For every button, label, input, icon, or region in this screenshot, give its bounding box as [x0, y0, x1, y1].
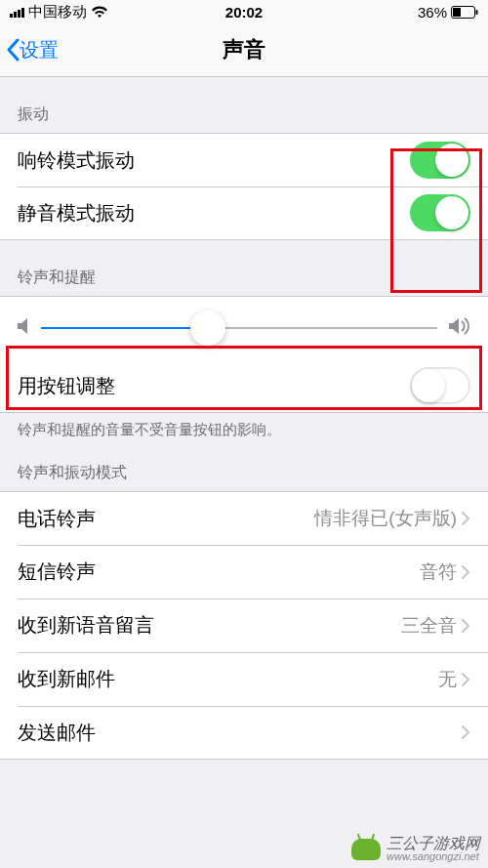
row-label: 收到新语音留言	[18, 612, 154, 639]
row-value: 音符	[420, 559, 457, 585]
wifi-icon	[91, 6, 108, 19]
back-button[interactable]: 设置	[0, 37, 59, 63]
signal-icon	[10, 6, 24, 18]
row-pattern-item[interactable]: 收到新语音留言三全音	[0, 599, 488, 652]
section-header-ringer: 铃声和提醒	[0, 240, 488, 296]
carrier-label: 中国移动	[28, 3, 87, 21]
row-label: 短信铃声	[18, 558, 96, 585]
toggle-button-adjust[interactable]	[410, 367, 470, 404]
chevron-left-icon	[6, 38, 20, 62]
watermark-url: www.sangongzi.net	[386, 851, 480, 862]
chevron-right-icon	[461, 564, 470, 580]
row-label: 电话铃声	[18, 506, 96, 532]
chevron-right-icon	[461, 511, 470, 526]
status-bar: 中国移动 20:02 36%	[0, 0, 488, 23]
battery-pct: 36%	[418, 4, 447, 21]
row-value: 情非得已(女声版)	[314, 506, 457, 531]
row-pattern-item[interactable]: 收到新邮件无	[0, 652, 488, 706]
row-detail: 无	[438, 667, 470, 692]
row-detail: 三全音	[401, 613, 470, 639]
row-volume-slider	[0, 296, 488, 359]
row-pattern-item[interactable]: 短信铃声音符	[0, 545, 488, 599]
toggle-ring-vibrate[interactable]	[410, 142, 470, 179]
section-header-vibration: 振动	[0, 77, 488, 133]
nav-bar: 设置 声音	[0, 23, 488, 77]
row-detail: 音符	[420, 559, 470, 585]
volume-slider[interactable]	[41, 327, 437, 329]
row-silent-vibrate[interactable]: 静音模式振动	[0, 186, 488, 240]
chevron-right-icon	[461, 618, 470, 634]
volume-low-icon	[18, 317, 29, 339]
clock: 20:02	[225, 4, 263, 21]
back-label: 设置	[20, 37, 59, 63]
row-pattern-item[interactable]: 发送邮件	[0, 706, 488, 760]
row-pattern-item[interactable]: 电话铃声情非得已(女声版)	[0, 491, 488, 545]
volume-high-icon	[449, 317, 470, 339]
row-label: 收到新邮件	[18, 666, 115, 692]
row-value: 三全音	[401, 613, 457, 639]
row-button-adjust[interactable]: 用按钮调整	[0, 359, 488, 413]
row-detail: 情非得已(女声版)	[314, 506, 470, 531]
watermark-text: 三公子游戏网	[386, 836, 480, 851]
row-value: 无	[438, 667, 457, 692]
slider-thumb[interactable]	[190, 310, 225, 346]
row-label: 发送邮件	[18, 720, 96, 746]
battery-icon	[451, 6, 478, 19]
chevron-right-icon	[461, 672, 470, 687]
svg-rect-2	[476, 10, 478, 15]
android-icon	[351, 839, 381, 860]
row-detail	[457, 724, 470, 740]
row-label: 用按钮调整	[18, 373, 115, 399]
section-footer-ringer: 铃声和提醒的音量不受音量按钮的影响。	[0, 413, 488, 455]
row-ring-vibrate[interactable]: 响铃模式振动	[0, 133, 488, 186]
chevron-right-icon	[461, 724, 470, 740]
row-label: 响铃模式振动	[18, 147, 135, 174]
svg-rect-1	[453, 8, 461, 17]
toggle-silent-vibrate[interactable]	[410, 194, 470, 231]
page-title: 声音	[223, 35, 265, 64]
watermark: 三公子游戏网 www.sangongzi.net	[351, 836, 480, 862]
section-header-patterns: 铃声和振动模式	[0, 455, 488, 491]
row-label: 静音模式振动	[18, 200, 135, 227]
